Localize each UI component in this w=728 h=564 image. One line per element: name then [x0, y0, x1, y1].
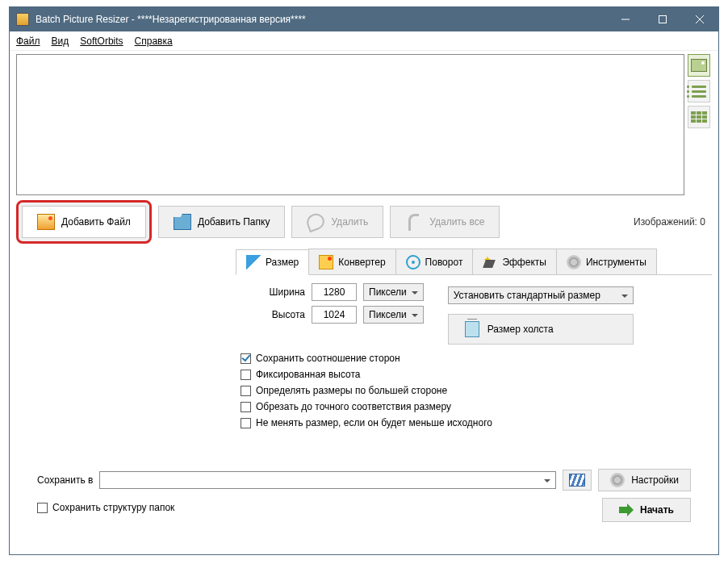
svg-rect-1 [659, 16, 667, 23]
save-bar: Сохранить в Настройки [37, 469, 691, 491]
delete-all-label: Удалить все [429, 216, 484, 228]
aspect-ratio-checkbox[interactable]: Сохранить соотношение сторон [241, 353, 707, 364]
tools-icon [567, 255, 581, 269]
standard-size-select[interactable]: Установить стандартный размер [448, 286, 634, 304]
tab-tools[interactable]: Инструменты [556, 249, 657, 274]
titlebar: Batch Picture Resizer - ****Незарегистри… [10, 7, 718, 31]
canvas-size-button[interactable]: Размер холста [448, 314, 634, 345]
add-folder-label: Добавить Папку [198, 216, 270, 228]
canvas-icon [465, 321, 479, 337]
main-toolbar: Добавить Файл Добавить Папку Удалить Уда… [10, 195, 718, 249]
height-input[interactable] [312, 306, 357, 324]
add-folder-button[interactable]: Добавить Папку [158, 206, 286, 238]
tab-converter[interactable]: Конвертер [308, 249, 395, 274]
photo-icon [37, 214, 55, 230]
menu-view[interactable]: Вид [52, 36, 69, 47]
checkbox-icon [241, 418, 251, 428]
fixed-height-checkbox[interactable]: Фиксированная высота [241, 369, 707, 380]
delete-button[interactable]: Удалить [291, 206, 383, 238]
rotate-icon [406, 255, 420, 269]
tab-size[interactable]: Размер [236, 249, 309, 275]
delete-icon [307, 214, 324, 230]
width-input[interactable] [312, 283, 357, 301]
window-title: Batch Picture Resizer - ****Незарегистри… [36, 14, 607, 25]
tab-effects[interactable]: Эффекты [472, 249, 557, 274]
keep-folder-structure-checkbox[interactable]: Сохранить структуру папок [37, 502, 174, 513]
add-file-label: Добавить Файл [61, 216, 131, 228]
browse-icon [569, 474, 585, 487]
width-label: Ширина [241, 286, 305, 298]
start-button[interactable]: Начать [602, 498, 691, 522]
menu-help[interactable]: Справка [135, 36, 173, 47]
folder-icon [174, 214, 191, 230]
resize-icon [246, 255, 261, 269]
checkbox-icon [37, 503, 48, 513]
view-list-button[interactable] [688, 80, 710, 102]
close-button[interactable] [681, 7, 718, 31]
start-arrow-icon [619, 503, 634, 516]
effects-icon [483, 255, 497, 269]
minimize-button[interactable] [607, 7, 644, 31]
bigger-side-checkbox[interactable]: Определять размеры по большей стороне [241, 385, 707, 396]
width-unit-select[interactable]: Пиксели [363, 283, 424, 301]
height-unit-select[interactable]: Пиксели [363, 306, 424, 324]
list-icon [692, 86, 706, 98]
view-grid-button[interactable] [688, 106, 710, 128]
gear-icon [610, 473, 625, 487]
crop-exact-checkbox[interactable]: Обрезать до точного соответствия размеру [241, 401, 707, 412]
height-label: Высота [241, 309, 305, 320]
image-list-area[interactable] [16, 54, 684, 195]
add-file-button[interactable]: Добавить Файл [22, 206, 146, 238]
no-upscale-checkbox[interactable]: Не менять размер, если он будет меньше и… [241, 417, 707, 428]
size-tab-content: Ширина Пиксели Высота Пиксели Установить… [236, 275, 712, 441]
image-count: Изображений: 0 [634, 216, 712, 228]
delete-all-icon [405, 214, 423, 230]
tab-rotate[interactable]: Поворот [395, 249, 474, 274]
delete-label: Удалить [331, 216, 368, 228]
menu-file[interactable]: Файл [16, 36, 40, 47]
settings-button[interactable]: Настройки [598, 469, 691, 491]
view-thumbnails-button[interactable] [688, 54, 710, 77]
checkbox-icon [241, 386, 251, 396]
checkbox-icon [241, 402, 251, 412]
maximize-button[interactable] [644, 7, 681, 31]
checkbox-icon [241, 353, 251, 364]
grid-icon [691, 111, 707, 123]
menu-softorbits[interactable]: SoftOrbits [80, 36, 123, 47]
save-path-select[interactable] [99, 471, 556, 489]
thumbnail-icon [691, 59, 707, 72]
checkbox-icon [241, 370, 251, 380]
app-icon [16, 13, 29, 26]
menubar: Файл Вид SoftOrbits Справка [10, 31, 718, 51]
converter-icon [319, 255, 333, 269]
delete-all-button[interactable]: Удалить все [390, 206, 500, 238]
add-file-highlight: Добавить Файл [16, 200, 152, 244]
save-in-label: Сохранить в [37, 474, 93, 486]
browse-button[interactable] [563, 470, 592, 491]
options-tabs: Размер Конвертер Поворот Эффекты Инструм… [236, 249, 718, 441]
